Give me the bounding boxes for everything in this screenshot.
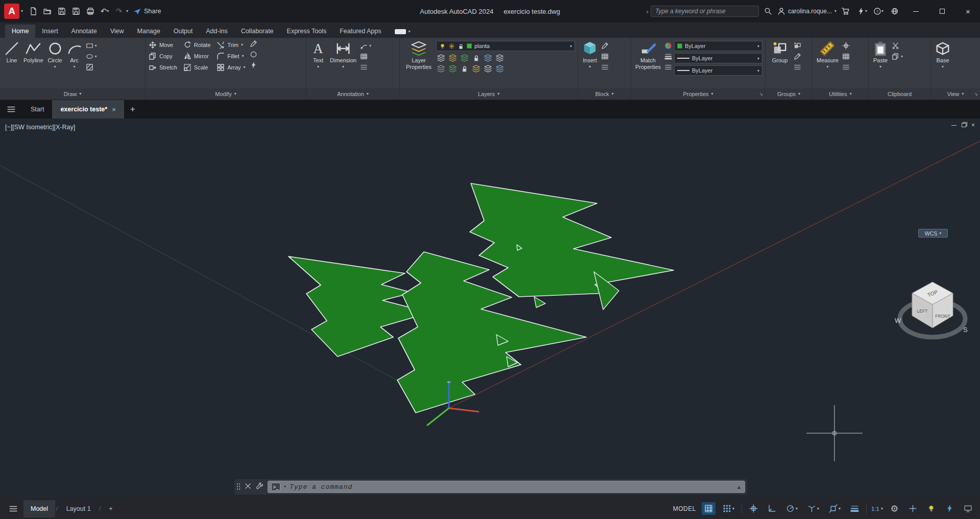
id-point-button[interactable]: [842, 42, 850, 50]
model-space-label[interactable]: MODEL: [673, 505, 696, 512]
ribbon-tab-add-ins[interactable]: Add-ins: [199, 25, 234, 38]
layer-unisolate-icon[interactable]: [437, 65, 445, 73]
lineweight-list-icon[interactable]: [664, 53, 672, 60]
command-recent-caret-icon[interactable]: ▾: [284, 485, 286, 489]
layer-thaw-icon[interactable]: [449, 65, 457, 73]
share-button[interactable]: Share: [133, 8, 161, 15]
quick-calc-button[interactable]: [842, 53, 850, 60]
object-snap-toggle[interactable]: ▾: [826, 502, 843, 515]
layer-off-icon[interactable]: [437, 54, 445, 62]
model-canvas[interactable]: [0, 119, 980, 498]
visual-style-controls[interactable]: [X-Ray]: [54, 124, 76, 131]
open-button[interactable]: [41, 5, 54, 18]
layer-lock-icon[interactable]: [458, 43, 464, 50]
ungroup-button[interactable]: [794, 42, 801, 50]
annotation-scale-select[interactable]: 1:1▾: [871, 506, 883, 512]
ribbon-tab-view[interactable]: View: [104, 25, 131, 38]
layout-tabs-menu-icon[interactable]: [3, 504, 23, 513]
layers-panel-label[interactable]: Layers▾: [400, 88, 578, 100]
graphics-performance-toggle[interactable]: [943, 502, 957, 515]
command-close-icon[interactable]: [244, 482, 252, 491]
new-file-tab-button[interactable]: +: [124, 100, 141, 119]
properties-list-icon[interactable]: [664, 63, 672, 71]
ribbon-tab-output[interactable]: Output: [167, 25, 200, 38]
ribbon-tab-annotate[interactable]: Annotate: [65, 25, 104, 38]
clipboard-panel-label[interactable]: Clipboard: [869, 88, 930, 100]
viewport-restore-button[interactable]: [962, 123, 966, 127]
viewcube-west-label[interactable]: W: [895, 317, 901, 324]
ribbon-tab-collaborate[interactable]: Collaborate: [234, 25, 280, 38]
scale-button[interactable]: Scale: [183, 63, 210, 72]
lineweight-select[interactable]: ByLayer▾: [674, 53, 762, 63]
ribbon-tab-express-tools[interactable]: Express Tools: [280, 25, 333, 38]
layer-unlock-icon[interactable]: [461, 65, 468, 73]
layout1-tab[interactable]: Layout 1: [59, 500, 98, 517]
utilities-panel-label[interactable]: Utilities▾: [812, 88, 868, 100]
plot-button[interactable]: [84, 5, 97, 18]
line-button[interactable]: Line: [3, 40, 21, 65]
draw-panel-label[interactable]: Draw▾: [0, 88, 145, 100]
isolate-objects-toggle[interactable]: [924, 502, 938, 515]
isometric-drafting-toggle[interactable]: ▾: [805, 502, 822, 515]
layer-state-icon[interactable]: [496, 65, 504, 73]
viewport-close-button[interactable]: ×: [971, 122, 975, 129]
file-tab-close-icon[interactable]: ×: [112, 106, 116, 113]
explode-button[interactable]: [250, 61, 257, 69]
new-drawing-button[interactable]: [27, 5, 40, 18]
mirror-button[interactable]: Mirror: [183, 52, 210, 60]
rectangle-button[interactable]: ▾: [86, 42, 97, 50]
trim-button[interactable]: Trim▾: [217, 41, 245, 49]
move-button[interactable]: Move: [149, 41, 177, 49]
clean-screen-toggle[interactable]: [961, 502, 975, 515]
close-button[interactable]: ×: [956, 0, 980, 22]
viewport-minimize-button[interactable]: [951, 125, 957, 126]
autodesk-apps-icon[interactable]: ▾: [855, 5, 869, 18]
rotate-button[interactable]: Rotate: [183, 41, 210, 49]
command-drag-grip[interactable]: [236, 483, 240, 491]
app-store-cart-icon[interactable]: [839, 5, 852, 18]
cut-button[interactable]: [892, 42, 903, 50]
snap-mode-toggle[interactable]: ▾: [720, 502, 737, 515]
add-cleanup-button[interactable]: [906, 502, 920, 515]
search-expand-chevron-icon[interactable]: ›: [647, 8, 649, 15]
measure-button[interactable]: Measure▾: [815, 40, 840, 70]
layer-freeze-sun-icon[interactable]: [448, 43, 455, 50]
view-controls[interactable]: [SW Isometric]: [12, 124, 54, 131]
arc-button[interactable]: Arc▾: [65, 40, 84, 70]
groups-panel-label[interactable]: Groups▾: [766, 88, 812, 100]
user-account-button[interactable]: carolina.roque... ▾: [777, 7, 836, 15]
customization-button[interactable]: [888, 502, 901, 515]
match-properties-button[interactable]: Match Properties: [634, 40, 662, 71]
search-icon[interactable]: [761, 5, 775, 18]
layer-match-icon[interactable]: [496, 54, 504, 62]
view-launcher-icon[interactable]: ↘: [974, 91, 978, 97]
redo-button[interactable]: ↷: [112, 5, 126, 18]
lineweight-toggle[interactable]: [848, 502, 862, 515]
viewport-controls-menu[interactable]: [−]: [5, 124, 12, 131]
make-current-layer-icon[interactable]: [484, 54, 492, 62]
command-history-icon[interactable]: ▲: [736, 484, 742, 490]
offset-button[interactable]: [250, 51, 257, 58]
maximize-button[interactable]: [930, 0, 954, 22]
layer-on-bulb-icon[interactable]: [439, 43, 446, 50]
annotation-panel-label[interactable]: Annotation▾: [306, 88, 399, 100]
undo-button[interactable]: ↶▾: [98, 5, 111, 18]
command-input[interactable]: >_ ▾ Type a command ▲: [268, 481, 745, 493]
fillet-button[interactable]: Fillet▾: [217, 52, 245, 60]
color-wheel-icon[interactable]: [664, 42, 672, 50]
ellipse-button[interactable]: ▾: [86, 53, 97, 60]
base-button[interactable]: Base▾: [934, 40, 952, 70]
search-input[interactable]: Type a keyword or phrase: [651, 6, 759, 17]
layer-isolate-icon[interactable]: [449, 54, 457, 62]
linetype-select[interactable]: ByLayer▾: [674, 65, 762, 76]
viewcube[interactable]: W S TOP LEFT FRONT: [887, 272, 978, 359]
toolbar-customize-caret-icon[interactable]: ▾: [126, 9, 128, 13]
erase-button[interactable]: [250, 40, 257, 48]
session-globe-icon[interactable]: [888, 5, 901, 18]
polar-tracking-toggle[interactable]: ▾: [783, 502, 800, 515]
polyline-button[interactable]: Polyline: [22, 40, 45, 65]
ribbon-tab-manage[interactable]: Manage: [131, 25, 167, 38]
file-tab-document[interactable]: exercicio teste* ×: [52, 100, 124, 119]
define-attributes-button[interactable]: [601, 53, 609, 60]
hatch-button[interactable]: [86, 63, 97, 71]
